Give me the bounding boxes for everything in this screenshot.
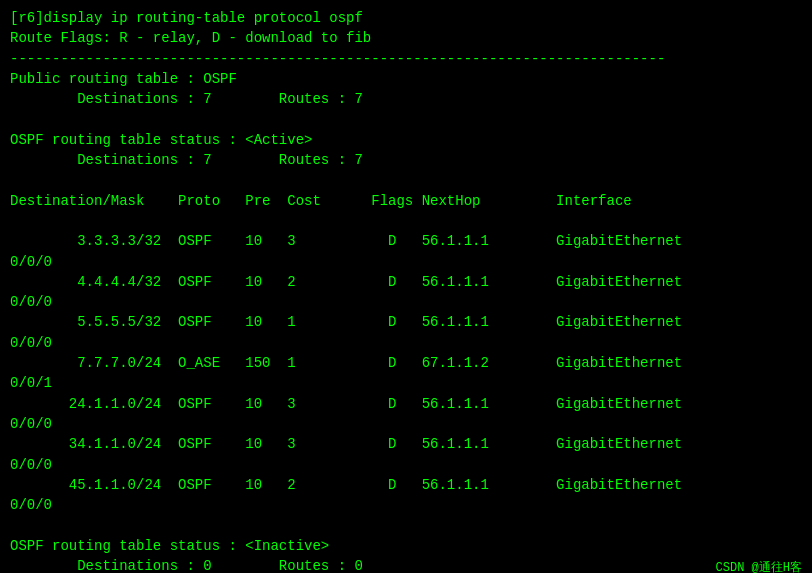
terminal-line xyxy=(10,109,802,129)
terminal-line: Destinations : 7 Routes : 7 xyxy=(10,150,802,170)
terminal-line: ----------------------------------------… xyxy=(10,49,802,69)
terminal-line: 24.1.1.0/24 OSPF 10 3 D 56.1.1.1 Gigabit… xyxy=(10,394,802,414)
terminal-line: [r6]display ip routing-table protocol os… xyxy=(10,8,802,28)
terminal-line: Destination/Mask Proto Pre Cost Flags Ne… xyxy=(10,191,802,211)
terminal-line xyxy=(10,170,802,190)
terminal-window: [r6]display ip routing-table protocol os… xyxy=(0,0,812,573)
terminal-line: 45.1.1.0/24 OSPF 10 2 D 56.1.1.1 Gigabit… xyxy=(10,475,802,495)
terminal-line: OSPF routing table status : <Active> xyxy=(10,130,802,150)
terminal-line: 0/0/0 xyxy=(10,292,802,312)
terminal-line: 7.7.7.0/24 O_ASE 150 1 D 67.1.1.2 Gigabi… xyxy=(10,353,802,373)
terminal-line: 0/0/0 xyxy=(10,252,802,272)
terminal-line: 34.1.1.0/24 OSPF 10 3 D 56.1.1.1 Gigabit… xyxy=(10,434,802,454)
terminal-line: 0/0/0 xyxy=(10,495,802,515)
terminal-line: Route Flags: R - relay, D - download to … xyxy=(10,28,802,48)
terminal-line: 3.3.3.3/32 OSPF 10 3 D 56.1.1.1 GigabitE… xyxy=(10,231,802,251)
terminal-line: 0/0/0 xyxy=(10,333,802,353)
terminal-line: 0/0/0 xyxy=(10,455,802,475)
terminal-line: 4.4.4.4/32 OSPF 10 2 D 56.1.1.1 GigabitE… xyxy=(10,272,802,292)
terminal-line: OSPF routing table status : <Inactive> xyxy=(10,536,802,556)
watermark: CSDN @通往H客 xyxy=(716,559,802,573)
terminal-line: 0/0/0 xyxy=(10,414,802,434)
terminal-line: 5.5.5.5/32 OSPF 10 1 D 56.1.1.1 GigabitE… xyxy=(10,312,802,332)
terminal-line xyxy=(10,211,802,231)
terminal-line xyxy=(10,515,802,535)
terminal-line: Destinations : 7 Routes : 7 xyxy=(10,89,802,109)
terminal-line: Public routing table : OSPF xyxy=(10,69,802,89)
terminal-line: Destinations : 0 Routes : 0 xyxy=(10,556,802,573)
terminal-output: [r6]display ip routing-table protocol os… xyxy=(10,8,802,573)
terminal-line: 0/0/1 xyxy=(10,373,802,393)
